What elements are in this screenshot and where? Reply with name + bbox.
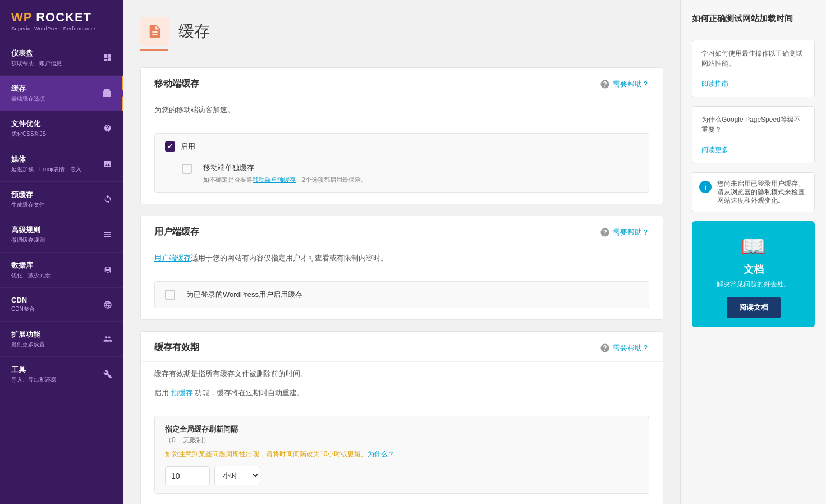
global-label: 指定全局缓存刷新间隔 xyxy=(165,424,639,434)
expiry-input-row: 小时 分钟 天 xyxy=(165,466,639,485)
mobile-cache-enable-row: 启用 移动端单独缓存 如不确定是否要将移动端单独缓存，2个选项都启用最保险。 xyxy=(154,133,649,193)
user-cache-enable-label: 为已登录的WordPress用户启用缓存 xyxy=(186,290,302,300)
page-header-divider xyxy=(140,49,168,51)
global-sublabel: （0 = 无限制） xyxy=(165,436,639,445)
main-area: 缓存 移动端缓存 需要帮助？ 为您的移动端访客加速。 启用 xyxy=(123,0,826,504)
mobile-cache-header: 移动端缓存 需要帮助？ xyxy=(141,68,663,98)
right-card-1-link[interactable]: 阅读指南 xyxy=(701,80,728,88)
sidebar-item-file-optimization[interactable]: 文件优化 优化CSS和JS xyxy=(0,111,123,146)
sidebar-item-tools[interactable]: 工具 导入、导出和还原 xyxy=(0,357,123,392)
cache-expiry-header: 缓存有效期 需要帮助？ xyxy=(141,332,663,362)
expiry-warning: 如您注意到某些问题周期性出现，请将时间间隔改为10小时或更短。为什么？ xyxy=(165,450,639,459)
user-cache-enable-row: 为已登录的WordPress用户启用缓存 xyxy=(154,281,649,308)
content-area: 缓存 移动端缓存 需要帮助？ 为您的移动端访客加速。 启用 xyxy=(123,0,680,504)
mobile-cache-enable-label: 启用 xyxy=(181,141,195,152)
sidebar-item-database[interactable]: 数据库 优化、减少冗余 xyxy=(0,253,123,288)
sidebar-item-preload[interactable]: 预缓存 生成缓存文件 xyxy=(0,182,123,217)
user-cache-desc-link[interactable]: 用户端缓存 xyxy=(154,254,191,262)
mobile-separate-link[interactable]: 移动端单独缓存 xyxy=(253,176,296,183)
mobile-separate-note: 如不确定是否要将移动端单独缓存，2个选项都启用最保险。 xyxy=(203,176,367,184)
sidebar-item-cache-subtitle: 基础缓存选项 xyxy=(11,95,99,103)
docs-card: 📖 文档 解决常见问题的好去处。 阅读文档 xyxy=(692,221,815,327)
page-title: 缓存 xyxy=(178,21,210,42)
expiry-why-link[interactable]: 为什么？ xyxy=(368,450,394,458)
mobile-cache-body: 启用 移动端单独缓存 如不确定是否要将移动端单独缓存，2个选项都启用最保险。 xyxy=(141,124,663,204)
sidebar-item-extensions[interactable]: 扩展功能 提供更多设置 xyxy=(0,322,123,357)
mobile-cache-section: 移动端缓存 需要帮助？ 为您的移动端访客加速。 启用 xyxy=(140,67,663,204)
advanced-rules-icon xyxy=(99,230,112,239)
sidebar-item-preload-title: 预缓存 xyxy=(11,190,99,200)
cache-expiry-help[interactable]: 需要帮助？ xyxy=(600,343,649,353)
sidebar-item-dashboard[interactable]: 仪表盘 获取帮助、账户信息 xyxy=(0,40,123,76)
sidebar-item-file-optimization-title: 文件优化 xyxy=(11,119,99,129)
mobile-separate-checkbox[interactable] xyxy=(182,164,192,174)
right-card-1-text: 学习如何使用最佳操作以正确测试网站性能。 xyxy=(701,49,802,67)
user-cache-title: 用户端缓存 xyxy=(154,226,199,238)
sidebar-item-dashboard-subtitle: 获取帮助、账户信息 xyxy=(11,59,99,67)
logo-subtitle: Superior WordPress Performance xyxy=(11,26,112,31)
sidebar-item-database-title: 数据库 xyxy=(11,260,99,271)
sidebar-item-media-subtitle: 延迟加载、Emoji表情、嵌入 xyxy=(11,166,99,173)
sidebar-item-cdn-subtitle: CDN整合 xyxy=(11,305,99,313)
mobile-cache-help-label: 需要帮助？ xyxy=(613,79,649,89)
cache-expiry-help-label: 需要帮助？ xyxy=(613,343,649,353)
mobile-separate-label: 移动端单独缓存 xyxy=(203,163,367,173)
user-cache-help[interactable]: 需要帮助？ xyxy=(600,227,649,237)
mobile-cache-help[interactable]: 需要帮助？ xyxy=(600,79,649,89)
sidebar-item-tools-title: 工具 xyxy=(11,365,99,375)
cache-expiry-desc2: 启用 预缓存 功能，缓存将在过期时自动重建。 xyxy=(141,388,663,407)
expiry-body: 指定全局缓存刷新间隔 （0 = 无限制） 如您注意到某些问题周期性出现，请将时间… xyxy=(154,416,649,494)
info-card-text: 您尚未启用已登录用户缓存。请从浏览器的隐私模式来检查网站速度和外观变化。 xyxy=(717,180,807,205)
sidebar-item-cache[interactable]: 缓存 基础缓存选项 xyxy=(0,76,123,111)
sidebar-item-cache-title: 缓存 xyxy=(11,84,99,94)
expiry-input[interactable] xyxy=(165,466,210,485)
logo-rocket: ROCKET xyxy=(36,10,91,24)
preload-icon xyxy=(99,195,112,204)
sidebar-item-file-optimization-subtitle: 优化CSS和JS xyxy=(11,130,99,138)
sidebar-item-database-subtitle: 优化、减少冗余 xyxy=(11,272,99,280)
user-cache-header: 用户端缓存 需要帮助？ xyxy=(141,216,663,246)
logo-wp: WP xyxy=(11,10,36,24)
right-card-2-link[interactable]: 阅读更多 xyxy=(701,146,728,154)
file-optimization-icon xyxy=(99,124,112,133)
user-cache-enable-checkbox[interactable] xyxy=(165,290,175,300)
right-card-1: 学习如何使用最佳操作以正确测试网站性能。 阅读指南 xyxy=(692,40,815,97)
book-icon: 📖 xyxy=(701,235,806,258)
database-icon xyxy=(99,265,112,274)
extensions-icon xyxy=(99,335,112,343)
sidebar-item-cdn[interactable]: CDN CDN整合 xyxy=(0,288,123,322)
preload-link[interactable]: 预缓存 xyxy=(171,388,193,397)
cache-expiry-section: 缓存有效期 需要帮助？ 缓存有效期是指所有缓存文件被删除前的时间。 启用 预缓存… xyxy=(140,331,663,504)
sidebar-item-extensions-title: 扩展功能 xyxy=(11,329,99,340)
user-cache-section: 用户端缓存 需要帮助？ 用户端缓存适用于您的网站有内容仅指定用户才可查看或有限制… xyxy=(140,216,663,320)
mobile-cache-enable-checkbox[interactable] xyxy=(165,141,175,152)
cache-icon xyxy=(99,89,112,98)
mobile-cache-title: 移动端缓存 xyxy=(154,78,199,90)
sidebar: WP ROCKET Superior WordPress Performance… xyxy=(0,0,123,504)
sidebar-item-advanced-rules[interactable]: 高级规则 微调缓存规则 xyxy=(0,217,123,253)
docs-card-desc: 解决常见问题的好去处。 xyxy=(701,280,806,289)
sidebar-item-advanced-rules-subtitle: 微调缓存规则 xyxy=(11,236,99,244)
sidebar-item-extensions-subtitle: 提供更多设置 xyxy=(11,341,99,349)
sidebar-item-advanced-rules-title: 高级规则 xyxy=(11,225,99,235)
media-icon xyxy=(99,159,112,168)
info-card: i 您尚未启用已登录用户缓存。请从浏览器的隐私模式来检查网站速度和外观变化。 xyxy=(692,172,815,212)
sidebar-item-media-title: 媒体 xyxy=(11,154,99,164)
sidebar-item-cdn-title: CDN xyxy=(11,296,99,304)
docs-card-button[interactable]: 阅读文档 xyxy=(727,297,781,318)
user-cache-desc: 用户端缓存适用于您的网站有内容仅指定用户才可查看或有限制内容时。 xyxy=(141,246,663,272)
sidebar-item-media[interactable]: 媒体 延迟加载、Emoji表情、嵌入 xyxy=(0,146,123,182)
expiry-unit-select[interactable]: 小时 分钟 天 xyxy=(214,466,260,485)
right-card-2: 为什么Google PageSpeed等级不重要？ 阅读更多 xyxy=(692,106,815,163)
sidebar-active-arrow xyxy=(118,88,123,99)
page-icon xyxy=(140,17,169,46)
sidebar-item-tools-subtitle: 导入、导出和还原 xyxy=(11,376,99,384)
user-cache-help-label: 需要帮助？ xyxy=(613,227,649,237)
dashboard-icon xyxy=(99,53,112,62)
right-sidebar: 如何正确测试网站加载时间 学习如何使用最佳操作以正确测试网站性能。 阅读指南 为… xyxy=(680,0,826,504)
sidebar-item-preload-subtitle: 生成缓存文件 xyxy=(11,201,99,209)
cdn-icon xyxy=(99,300,112,309)
docs-card-title: 文档 xyxy=(701,263,806,276)
cache-expiry-title: 缓存有效期 xyxy=(154,342,199,354)
sidebar-item-dashboard-title: 仪表盘 xyxy=(11,48,99,58)
